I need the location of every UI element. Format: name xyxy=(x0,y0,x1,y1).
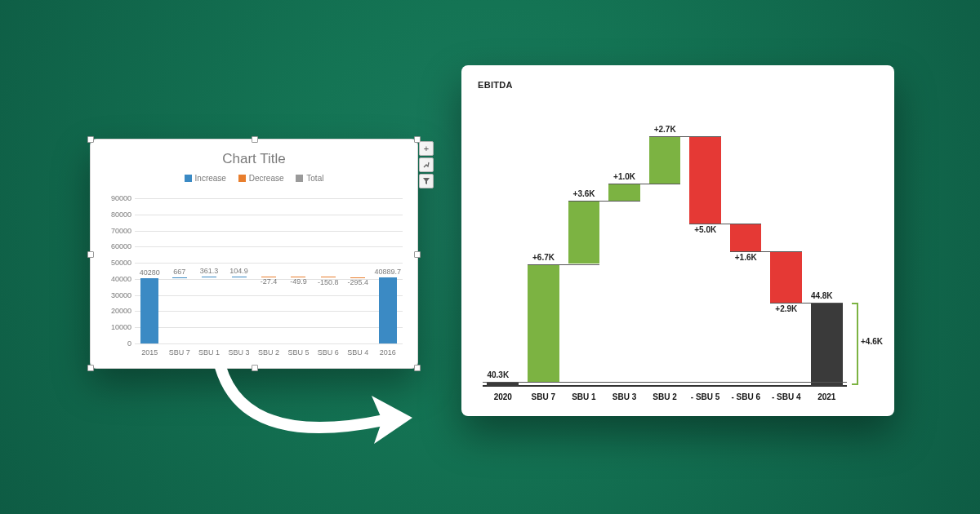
bar-value-label: +2.7K xyxy=(654,125,676,134)
y-tick-label: 70000 xyxy=(102,227,131,235)
x-tick-label: - SBU 4 xyxy=(766,392,807,401)
gridline xyxy=(135,263,403,264)
selection-handle[interactable] xyxy=(87,136,94,143)
selection-handle[interactable] xyxy=(87,251,94,258)
delta-bracket xyxy=(852,303,858,385)
gridline xyxy=(135,215,403,215)
x-tick-label: SBU 4 xyxy=(343,348,372,357)
left-chart-plot: 0100002000030000400005000060000700008000… xyxy=(135,198,403,343)
connector-line xyxy=(649,136,721,137)
x-tick-label: SBU 2 xyxy=(254,348,283,357)
bar xyxy=(730,224,762,251)
x-tick-label: 2016 xyxy=(373,348,403,357)
x-tick-label: 2015 xyxy=(135,348,164,357)
y-tick-label: 0 xyxy=(102,339,131,348)
legend-swatch-total xyxy=(296,175,303,182)
y-tick-label: 50000 xyxy=(102,259,131,267)
legend-label-increase: Increase xyxy=(195,174,226,183)
bar xyxy=(649,136,681,184)
bar-value-label: +6.7K xyxy=(532,253,555,262)
y-tick-label: 90000 xyxy=(102,194,131,202)
connector-line xyxy=(730,251,802,252)
excel-chart-card[interactable]: + Chart Title Increase Decrease Total 01… xyxy=(90,139,418,369)
x-tick-label: 2020 xyxy=(483,392,523,401)
y-tick-label: 80000 xyxy=(102,210,131,219)
y-tick-label: 30000 xyxy=(102,291,131,299)
bar-value-label: +2.9K xyxy=(775,304,797,313)
gridline xyxy=(135,295,403,296)
x-tick-label: SBU 3 xyxy=(604,392,645,401)
connector-line xyxy=(689,224,761,224)
bar-value-label: 361.3 xyxy=(194,267,224,275)
y-tick-label: 20000 xyxy=(102,307,131,315)
legend-label-decrease: Decrease xyxy=(249,174,284,183)
bar xyxy=(608,184,640,202)
bar-value-label: +5.0K xyxy=(694,225,716,234)
bar-value-label: 104.9 xyxy=(225,267,254,275)
y-tick-label: 60000 xyxy=(102,242,131,250)
bar-value-label: -49.9 xyxy=(283,277,313,286)
bar xyxy=(202,277,216,277)
x-tick-label: SBU 7 xyxy=(523,392,564,401)
bar-value-label: 44.8K xyxy=(811,291,833,300)
selection-handle[interactable] xyxy=(414,251,421,258)
chart-filter-button[interactable] xyxy=(419,174,434,188)
x-tick-label: SBU 1 xyxy=(194,348,224,357)
bar-value-label: -295.4 xyxy=(343,278,372,286)
selection-handle[interactable] xyxy=(252,136,258,143)
delta-label: +4.6K xyxy=(861,337,883,346)
gridline xyxy=(135,311,403,312)
bar-value-label: 40889.7 xyxy=(372,268,404,276)
chart-styles-button[interactable] xyxy=(419,157,434,172)
legend-label-total: Total xyxy=(306,174,323,183)
left-chart-x-axis: 2015SBU 7SBU 1SBU 3SBU 2SBU 5SBU 6SBU 42… xyxy=(135,348,403,357)
start-reference-line xyxy=(483,382,847,383)
right-chart-x-axis: 2020SBU 7SBU 1SBU 3SBU 2- SBU 5- SBU 6- … xyxy=(483,392,847,401)
bar xyxy=(689,136,721,224)
x-tick-label: SBU 5 xyxy=(283,348,313,357)
bar xyxy=(770,251,802,302)
bar-value-label: 667 xyxy=(165,268,194,276)
bar-value-label: +3.6K xyxy=(573,189,595,198)
bar xyxy=(811,303,843,387)
x-tick-label: 2021 xyxy=(807,392,848,401)
selection-handle[interactable] xyxy=(87,365,94,371)
connector-line xyxy=(568,201,640,202)
bar-value-label: -150.8 xyxy=(314,278,343,286)
connector-line xyxy=(608,184,680,184)
gridline xyxy=(135,327,403,328)
arrow-icon xyxy=(212,359,441,457)
right-chart-plot: 40.3K+6.7K+3.6K+1.0K+2.7K+5.0K+1.6K+2.9K… xyxy=(483,106,847,387)
right-chart-title: EBITDA xyxy=(478,80,878,90)
legend-swatch-increase xyxy=(185,175,192,182)
bar xyxy=(172,277,187,278)
legend-swatch-decrease xyxy=(238,175,246,182)
x-tick-label: - SBU 5 xyxy=(685,392,726,401)
gridline xyxy=(135,246,403,247)
right-chart-baseline xyxy=(483,385,847,387)
bar xyxy=(568,201,600,264)
x-tick-label: SBU 7 xyxy=(164,348,194,357)
stage: + Chart Title Increase Decrease Total 01… xyxy=(0,0,980,514)
x-tick-label: SBU 6 xyxy=(314,348,343,357)
bar-value-label: +1.0K xyxy=(613,172,635,181)
x-tick-label: SBU 3 xyxy=(224,348,253,357)
connector-line xyxy=(770,303,842,304)
gridline xyxy=(135,198,403,199)
waterfall-chart-card: EBITDA 40.3K+6.7K+3.6K+1.0K+2.7K+5.0K+1.… xyxy=(461,65,894,416)
bar xyxy=(232,277,247,277)
bar-value-label: 40280 xyxy=(133,268,166,277)
connector-line xyxy=(528,264,599,265)
y-tick-label: 40000 xyxy=(102,275,131,283)
chart-elements-button[interactable]: + xyxy=(419,141,434,156)
x-tick-label: - SBU 6 xyxy=(725,392,766,401)
gridline xyxy=(135,231,403,232)
left-chart-title: Chart Title xyxy=(91,140,417,167)
bar-value-label: 40.3K xyxy=(487,370,509,379)
bar-value-label: -27.4 xyxy=(254,277,283,286)
bar xyxy=(379,277,397,343)
bar xyxy=(140,278,158,343)
bar xyxy=(528,264,559,382)
bar-value-label: +1.6K xyxy=(735,253,757,262)
y-tick-label: 10000 xyxy=(102,323,131,331)
